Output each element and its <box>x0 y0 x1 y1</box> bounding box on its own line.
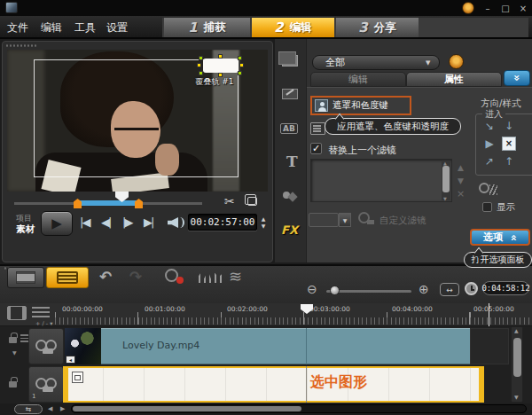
ripple-lock-icon[interactable] <box>9 337 17 343</box>
next-frame-button[interactable]: |▶ <box>122 215 131 229</box>
mask-chroma-key-button[interactable]: 遮罩和色度键 <box>310 96 411 115</box>
scroll-down-icon[interactable]: ▼ <box>443 196 447 201</box>
overlay-clip-left-edge[interactable] <box>63 366 68 403</box>
video-clip[interactable]: Lovely Day.mp4 <box>101 328 470 364</box>
enlarge-preview-icon[interactable] <box>247 197 257 206</box>
preview-timecode[interactable]: 00:02:57:00 <box>188 214 257 231</box>
replace-filter-checkbox[interactable]: ✓ <box>310 143 322 154</box>
filter-remove-button[interactable]: × <box>457 188 465 200</box>
timecode-spinner[interactable]: ▲ ▼ <box>259 215 268 231</box>
step-label: 分享 <box>374 20 396 35</box>
track-swap-button[interactable]: ⇆ <box>14 404 43 414</box>
zoom-slider-handle[interactable] <box>330 286 340 295</box>
applied-filter-list[interactable] <box>310 159 452 202</box>
window-minimize-button[interactable]: – <box>481 2 495 14</box>
overlay-track-header[interactable]: 1 <box>28 366 64 403</box>
preview-video[interactable]: 覆叠轨 #1 <box>7 50 268 192</box>
scrollbar-thumb[interactable] <box>442 166 450 192</box>
fade-effect-icon[interactable] <box>479 183 489 193</box>
play-button[interactable]: ▶ <box>41 211 73 236</box>
custom-filter-icon <box>358 212 370 223</box>
panel-collapse-button[interactable]: » <box>504 70 530 86</box>
empty-track-area <box>470 328 509 364</box>
trim-range[interactable] <box>78 200 140 206</box>
scroll-up-icon[interactable]: ▲ <box>514 327 519 333</box>
overlay-clip-right-edge[interactable] <box>479 366 484 403</box>
overlay-clip-selected[interactable] <box>63 366 484 403</box>
transition-icon[interactable]: AB <box>280 123 298 134</box>
auto-music-icon[interactable]: ≋ <box>229 267 242 286</box>
filter-move-up-button[interactable]: ▲ <box>458 163 464 172</box>
go-start-button[interactable]: |◀ <box>80 215 89 229</box>
scroll-down-icon[interactable]: ▼ <box>514 394 519 400</box>
undo-button[interactable]: ↶ <box>99 268 112 286</box>
scroll-left-icon[interactable]: ◀ <box>48 405 52 412</box>
window-maximize-button[interactable]: □ <box>498 2 512 14</box>
video-track-header[interactable] <box>28 328 64 364</box>
zoom-out-icon[interactable]: ⊖ <box>307 282 317 296</box>
fade-preset-dropdown[interactable] <box>309 213 339 227</box>
timeline-view-button-active[interactable] <box>46 267 89 288</box>
resize-handle[interactable] <box>238 71 242 75</box>
clip-mode-toggle[interactable]: 素材 <box>16 223 35 236</box>
options-button[interactable]: 选项 » <box>470 229 530 246</box>
menu-edit[interactable]: 编辑 <box>41 20 62 35</box>
duration-clock-icon[interactable] <box>465 282 478 295</box>
clip-audio-icon: ◂ <box>66 356 75 364</box>
resize-handle[interactable] <box>238 56 242 60</box>
videostudio-window: – □ × 文件 编辑 工具 设置 1 捕获 2 编辑 3 分享 <box>0 0 532 415</box>
enter-from-top-button[interactable]: ↓ <box>502 119 516 133</box>
scrollbar-thumb[interactable] <box>513 338 521 377</box>
title-library-icon[interactable]: T <box>286 153 298 170</box>
split-clip-icon[interactable]: ✂ <box>224 194 235 208</box>
resize-handle[interactable] <box>239 63 244 67</box>
spin-down-icon[interactable]: ▼ <box>262 223 266 230</box>
filter-move-down-button[interactable]: ▼ <box>458 176 464 185</box>
category-dropdown[interactable]: 全部 <box>312 55 440 70</box>
overlay-object[interactable] <box>197 54 245 77</box>
library-reel-icon[interactable] <box>449 54 464 69</box>
tab-edit[interactable]: 编辑 <box>310 72 406 87</box>
fit-timeline-button[interactable]: ↔ <box>440 283 459 296</box>
tab-share[interactable]: 3 分享 <box>336 18 419 37</box>
menu-file[interactable]: 文件 <box>7 20 28 35</box>
scrollbar-thumb[interactable] <box>73 406 301 411</box>
spin-up-icon[interactable]: ▲ <box>262 215 266 223</box>
scroll-right-icon[interactable]: ▶ <box>60 405 65 412</box>
storyboard-view-button[interactable] <box>7 267 44 288</box>
track-manager-icon[interactable] <box>7 306 27 320</box>
zoom-in-icon[interactable]: ⊕ <box>419 282 429 296</box>
enter-static-button-selected[interactable]: × <box>502 137 516 151</box>
media-library-icon[interactable] <box>282 55 298 67</box>
enter-from-bottomleft-button[interactable]: ↗ <box>482 154 497 168</box>
redo-button-disabled[interactable]: ↷ <box>129 268 142 286</box>
filter-library-icon[interactable]: FX <box>281 223 298 237</box>
custom-filter-label: 自定义滤镜 <box>379 215 426 227</box>
go-end-button[interactable]: ▶| <box>144 215 153 229</box>
tab-attribute[interactable]: 属性 <box>406 72 502 87</box>
previous-frame-button[interactable]: ◀| <box>101 215 110 229</box>
instant-project-icon[interactable] <box>282 89 298 99</box>
show-label: 显示 <box>497 201 515 214</box>
show-checkbox[interactable] <box>482 202 492 212</box>
ripple-lock-icon[interactable] <box>9 381 17 388</box>
chevron-down-icon[interactable]: ▼ <box>12 349 17 356</box>
enter-from-left-button[interactable]: ▶ <box>482 137 497 151</box>
project-duration-timecode[interactable]: 0:04:58:12 <box>482 281 529 295</box>
window-close-button[interactable]: × <box>516 2 530 14</box>
enter-from-topleft-button[interactable]: ↘ <box>482 119 497 133</box>
fade-preset-arrow[interactable]: ▼ <box>339 213 351 227</box>
tab-edit-active[interactable]: 2 编辑 <box>252 18 334 37</box>
tab-capture[interactable]: 1 捕获 <box>164 18 250 37</box>
resize-handle[interactable] <box>218 54 223 59</box>
overlay-object-image[interactable] <box>203 59 239 73</box>
resize-handle[interactable] <box>199 56 203 60</box>
resize-handle[interactable] <box>199 71 203 75</box>
menu-settings[interactable]: 设置 <box>106 20 128 35</box>
track-list-icon[interactable] <box>32 307 50 319</box>
menu-tools[interactable]: 工具 <box>74 20 96 35</box>
graphics-library-icon[interactable] <box>283 190 297 202</box>
resize-handle[interactable] <box>197 63 201 67</box>
list-icon[interactable] <box>310 122 325 135</box>
enter-from-bottom-button[interactable]: ↑ <box>502 154 516 168</box>
